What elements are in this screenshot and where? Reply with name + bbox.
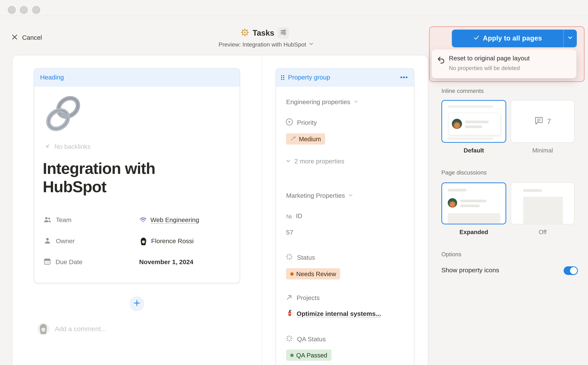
titlebar xyxy=(0,0,588,16)
apply-to-all-pages-button[interactable]: Apply to all pages xyxy=(452,29,577,47)
property-row-team: Team Web Engineering xyxy=(43,215,231,226)
projects-value-row[interactable]: Optimize internal systems... xyxy=(286,309,381,318)
comment-placeholder: Add a comment... xyxy=(55,325,106,333)
more-properties-toggle[interactable]: 2 more properties xyxy=(285,158,344,165)
reset-subtitle: No properties will be deleted xyxy=(449,65,520,71)
show-property-icons-toggle[interactable] xyxy=(564,266,578,275)
heading-block-header[interactable]: Heading xyxy=(34,69,240,87)
comment-count: 7 xyxy=(547,117,551,126)
chevron-down-icon xyxy=(309,41,314,48)
priority-label: Priority xyxy=(297,119,317,126)
status-spinner-icon xyxy=(285,253,293,262)
property-group-card[interactable]: Property group ••• Engineering propertie… xyxy=(276,68,414,365)
chevron-down-icon xyxy=(348,192,353,199)
fire-extinguisher-icon xyxy=(286,309,293,318)
comment-preview-card xyxy=(448,113,501,135)
inline-comments-default-option[interactable] xyxy=(441,100,506,143)
orange-dot-icon xyxy=(290,272,294,275)
page-title: Integration with HubSpot xyxy=(43,159,223,196)
engineering-properties-toggle[interactable]: Engineering properties xyxy=(286,98,359,106)
property-row-owner: Owner Florence Rossi xyxy=(43,236,231,247)
property-group-header[interactable]: Property group ••• xyxy=(276,69,414,87)
page-discussions-off-option[interactable] xyxy=(511,182,574,225)
comment-input-row[interactable]: Add a comment... xyxy=(37,323,106,335)
apply-dropdown-button[interactable] xyxy=(564,29,577,47)
apply-label: Apply to all pages xyxy=(483,35,542,42)
id-row: № ID xyxy=(286,212,302,220)
qa-status-value: QA Passed xyxy=(296,351,327,359)
status-value: Needs Review xyxy=(296,270,336,277)
discussion-avatar xyxy=(448,198,457,208)
discussions-off-label: Off xyxy=(511,229,574,236)
drag-handle-icon[interactable] xyxy=(280,74,285,80)
marketing-properties-label: Marketing Properties xyxy=(286,192,345,200)
priority-value: Medium xyxy=(299,135,321,142)
toggle-knob xyxy=(570,267,577,274)
needle-icon xyxy=(290,135,296,143)
green-dot-icon xyxy=(290,353,294,357)
projects-row: Projects xyxy=(285,294,320,303)
minimize-window-button[interactable] xyxy=(20,6,28,14)
inline-comments-minimal-option[interactable]: 7 xyxy=(511,100,574,143)
status-row: Status xyxy=(285,253,315,262)
reset-title: Reset to original page layout xyxy=(449,55,530,62)
helm-wheel-icon xyxy=(241,28,249,38)
check-icon xyxy=(473,35,480,42)
due-date-value[interactable]: November 1, 2024 xyxy=(139,259,193,266)
cancel-label: Cancel xyxy=(22,34,42,42)
view-settings-button[interactable] xyxy=(278,28,289,39)
people-icon xyxy=(43,215,52,225)
qa-status-row: QA Status xyxy=(285,335,326,344)
close-window-button[interactable] xyxy=(8,6,16,14)
close-icon xyxy=(11,34,18,42)
show-property-icons-label: Show property icons xyxy=(441,267,499,274)
engineering-properties-label: Engineering properties xyxy=(286,98,350,106)
person-icon xyxy=(43,236,52,246)
inline-default-label: Default xyxy=(441,147,506,154)
property-group-label: Property group xyxy=(288,74,330,81)
wifi-icon xyxy=(139,216,147,225)
plus-icon xyxy=(133,299,141,308)
id-value: 57 xyxy=(286,229,293,236)
discussions-expanded-label: Expanded xyxy=(441,229,506,236)
cancel-button[interactable]: Cancel xyxy=(11,34,42,42)
team-value-link[interactable]: Web Engineering xyxy=(150,217,199,224)
chains-emoji-icon xyxy=(42,92,84,136)
backlinks-row[interactable]: No backlinks xyxy=(44,143,91,151)
column-divider xyxy=(262,56,262,365)
heading-block-label: Heading xyxy=(40,74,64,81)
qa-status-value-tag: QA Passed xyxy=(286,350,331,361)
sliders-icon xyxy=(280,28,287,37)
team-label: Team xyxy=(56,217,71,224)
marketing-properties-toggle[interactable]: Marketing Properties xyxy=(286,192,353,200)
calendar-icon xyxy=(43,257,51,267)
chevron-down-icon xyxy=(285,158,291,165)
status-label: Status xyxy=(297,254,315,261)
doc-title: Tasks xyxy=(252,28,274,37)
more-properties-label: 2 more properties xyxy=(294,158,344,165)
inline-minimal-label: Minimal xyxy=(511,147,574,154)
comment-bubble-icon xyxy=(534,115,544,127)
projects-value-link[interactable]: Optimize internal systems... xyxy=(297,310,381,318)
inline-comments-heading: Inline comments xyxy=(441,88,484,94)
status-value-tag: Needs Review xyxy=(286,268,340,280)
reset-to-original-menu-item[interactable]: Reset to original page layout No propert… xyxy=(432,49,576,78)
page-discussions-heading: Page discussions xyxy=(441,169,487,176)
backlink-arrow-icon xyxy=(44,143,51,151)
page-discussions-expanded-option[interactable] xyxy=(441,182,506,225)
preview-selector[interactable]: Preview: Integration with HubSpot xyxy=(218,41,314,48)
id-label: ID xyxy=(296,212,302,220)
due-date-label: Due Date xyxy=(56,259,82,266)
zoom-window-button[interactable] xyxy=(32,6,40,14)
property-row-due-date: Due Date November 1, 2024 xyxy=(43,257,231,268)
heading-block-card[interactable]: Heading No backlinks Integration with Hu… xyxy=(34,68,240,283)
owner-value[interactable]: Florence Rossi xyxy=(151,238,194,245)
priority-row: Priority xyxy=(285,118,317,127)
owner-avatar xyxy=(139,237,148,246)
backlinks-label: No backlinks xyxy=(54,143,91,151)
status-spinner-icon xyxy=(285,335,293,344)
block-more-button[interactable]: ••• xyxy=(400,74,408,81)
add-block-button[interactable] xyxy=(129,296,144,311)
doc-title-row: Tasks xyxy=(241,28,289,39)
options-heading: Options xyxy=(441,251,461,258)
